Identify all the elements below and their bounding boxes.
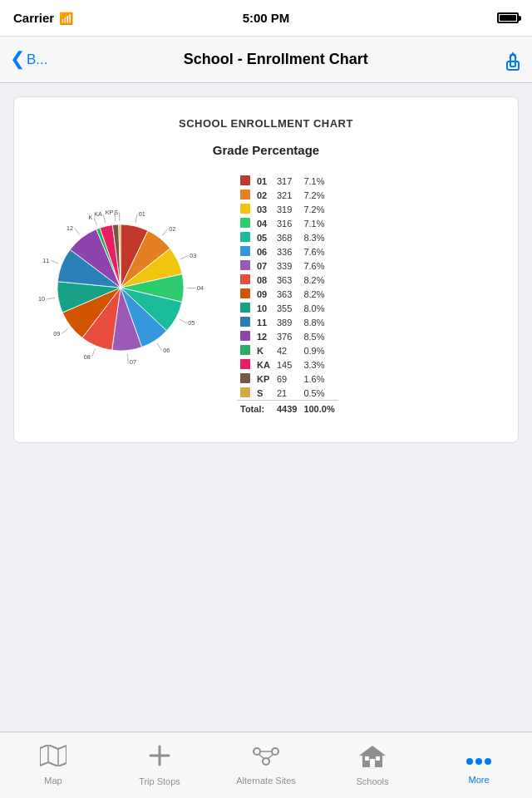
tab-trip-stops[interactable]: Trip Stops bbox=[106, 744, 213, 786]
legend-swatch-cell bbox=[237, 174, 254, 188]
legend-swatch-cell bbox=[237, 301, 254, 315]
legend-pct: 0.9% bbox=[300, 343, 337, 357]
svg-rect-32 bbox=[365, 756, 369, 761]
pie-label-07: 07 bbox=[130, 359, 136, 367]
legend-grade: S bbox=[254, 386, 273, 401]
legend-row: 09 363 8.2% bbox=[237, 287, 338, 301]
legend-swatch-cell bbox=[237, 357, 254, 372]
legend-pct: 3.3% bbox=[300, 357, 337, 372]
legend-row: 08 363 8.2% bbox=[237, 273, 338, 287]
legend-count: 389 bbox=[273, 315, 300, 329]
pie-label-06: 06 bbox=[163, 347, 170, 354]
legend-grade: K bbox=[254, 343, 273, 357]
back-button[interactable]: ❮ B... bbox=[10, 52, 48, 68]
pie-label-KP: KP bbox=[106, 209, 114, 217]
legend-count: 319 bbox=[273, 202, 300, 216]
tab-map[interactable]: Map bbox=[0, 745, 106, 786]
legend-swatch-cell bbox=[237, 230, 254, 244]
pie-label-05: 05 bbox=[188, 319, 195, 327]
legend-row: 04 316 7.1% bbox=[237, 216, 338, 230]
chart-subtitle: Grade Percentage bbox=[213, 143, 319, 157]
legend-grade: 12 bbox=[254, 329, 273, 343]
share-button[interactable] bbox=[504, 48, 522, 71]
legend-grade: 08 bbox=[254, 273, 273, 287]
schools-icon bbox=[359, 744, 386, 773]
svg-line-4 bbox=[180, 256, 188, 259]
svg-line-10 bbox=[62, 329, 68, 334]
svg-point-36 bbox=[485, 758, 491, 765]
page-title: School - Enrollment Chart bbox=[55, 51, 497, 68]
legend-count: 355 bbox=[273, 301, 300, 315]
legend-pct: 7.2% bbox=[300, 188, 337, 202]
tab-schools[interactable]: Schools bbox=[319, 744, 426, 786]
legend-pct: 8.5% bbox=[300, 329, 337, 343]
pie-label-K: K bbox=[89, 214, 93, 221]
svg-line-3 bbox=[162, 229, 168, 236]
status-bar: Carrier 📶 5:00 PM bbox=[0, 0, 532, 37]
legend-row: 10 355 8.0% bbox=[237, 301, 338, 315]
pie-label-01: 01 bbox=[139, 211, 145, 219]
pie-label-03: 03 bbox=[190, 252, 196, 259]
legend-swatch-cell bbox=[237, 343, 254, 357]
tab-alternate-sites[interactable]: Alternate Sites bbox=[213, 745, 319, 786]
legend-count: 368 bbox=[273, 230, 300, 244]
legend-grade: KP bbox=[254, 372, 273, 386]
svg-line-13 bbox=[75, 229, 80, 235]
legend-row: 01 317 7.1% bbox=[237, 174, 338, 188]
legend-grade: 07 bbox=[254, 259, 273, 273]
pie-label-02: 02 bbox=[169, 225, 175, 233]
legend-grade: 01 bbox=[254, 174, 273, 188]
legend-pct: 8.0% bbox=[300, 301, 337, 315]
svg-rect-33 bbox=[376, 756, 380, 761]
legend-grade: 03 bbox=[254, 202, 273, 216]
svg-rect-31 bbox=[370, 759, 375, 767]
svg-line-12 bbox=[51, 260, 59, 264]
tab-alternate-sites-label: Alternate Sites bbox=[236, 776, 296, 786]
legend-pct: 8.8% bbox=[300, 315, 337, 329]
legend-row: 07 339 7.6% bbox=[237, 259, 338, 273]
tab-more-label: More bbox=[468, 775, 489, 785]
legend-row: 05 368 8.3% bbox=[237, 230, 338, 244]
legend-swatch-cell bbox=[237, 315, 254, 329]
legend-swatch-cell bbox=[237, 273, 254, 287]
legend-row: KA 145 3.3% bbox=[237, 357, 338, 372]
pie-label-09: 09 bbox=[53, 330, 60, 337]
legend-total-count: 4439 bbox=[273, 401, 300, 416]
tab-more[interactable]: More bbox=[426, 746, 532, 785]
legend-grade: 05 bbox=[254, 230, 273, 244]
legend-row: 12 376 8.5% bbox=[237, 329, 338, 343]
svg-marker-18 bbox=[40, 745, 66, 766]
svg-line-11 bbox=[47, 298, 55, 300]
legend-count: 376 bbox=[273, 329, 300, 343]
legend-swatch-cell bbox=[237, 372, 254, 386]
legend-count: 363 bbox=[273, 287, 300, 301]
svg-point-34 bbox=[466, 758, 473, 765]
legend-total-row: Total: 4439 100.0% bbox=[237, 401, 338, 416]
legend-pct: 7.6% bbox=[300, 244, 337, 259]
legend-total-label: Total: bbox=[237, 401, 273, 416]
legend-count: 145 bbox=[273, 357, 300, 372]
svg-line-2 bbox=[135, 214, 137, 223]
tab-map-label: Map bbox=[44, 776, 62, 786]
legend-row: 06 336 7.6% bbox=[237, 244, 338, 259]
tab-trip-stops-label: Trip Stops bbox=[139, 776, 180, 786]
legend-pct: 0.5% bbox=[300, 386, 337, 401]
pie-chart: 010203040506070809101112KKAKPS bbox=[27, 195, 227, 394]
legend-swatch-cell bbox=[237, 188, 254, 202]
legend-swatch-cell bbox=[237, 244, 254, 259]
legend-count: 317 bbox=[273, 174, 300, 188]
pie-label-04: 04 bbox=[197, 284, 204, 292]
legend-pct: 7.1% bbox=[300, 174, 337, 188]
legend-grade: 09 bbox=[254, 287, 273, 301]
svg-line-7 bbox=[157, 343, 162, 351]
legend: 01 317 7.1% 02 321 7.2% 03 319 7.2% 04 3… bbox=[237, 174, 338, 416]
legend-count: 321 bbox=[273, 188, 300, 202]
legend-grade: 10 bbox=[254, 301, 273, 315]
legend-row: 03 319 7.2% bbox=[237, 202, 338, 216]
nav-bar: ❮ B... School - Enrollment Chart bbox=[0, 37, 532, 83]
pie-label-10: 10 bbox=[38, 296, 45, 303]
legend-pct: 7.6% bbox=[300, 259, 337, 273]
back-label: B... bbox=[27, 52, 48, 68]
battery-icon bbox=[497, 12, 519, 23]
pie-label-08: 08 bbox=[84, 353, 91, 361]
